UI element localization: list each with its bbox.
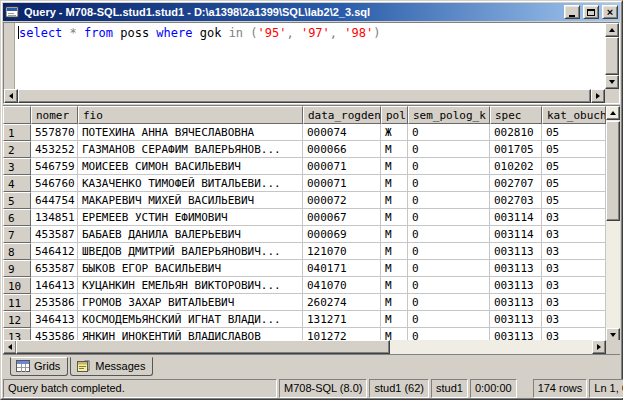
grid-body[interactable]: 1557870ПОТЕХИНА АННА ВЯЧЕСЛАВОВНА000074Ж… xyxy=(3,124,606,340)
row-number-cell[interactable]: 8 xyxy=(3,243,31,260)
close-button[interactable]: × xyxy=(602,5,618,19)
scroll-up-button[interactable] xyxy=(605,23,619,37)
grid-cell[interactable]: М xyxy=(381,175,408,192)
grid-cell[interactable]: 101272 xyxy=(303,328,381,340)
tab-messages[interactable]: Messages xyxy=(70,357,153,376)
grid-cell[interactable]: 05 xyxy=(542,175,606,192)
column-header-nomer[interactable]: nomer xyxy=(31,106,78,124)
column-header-fio[interactable]: fio xyxy=(78,106,303,124)
grid-cell[interactable]: 002707 xyxy=(490,175,542,192)
tab-grids[interactable]: Grids xyxy=(10,357,68,376)
grid-cell[interactable]: М xyxy=(381,192,408,209)
scroll-left-button[interactable] xyxy=(4,89,18,103)
grid-cell[interactable]: 040171 xyxy=(303,260,381,277)
row-number-cell[interactable]: 6 xyxy=(3,209,31,226)
grid-cell[interactable]: 131271 xyxy=(303,311,381,328)
grid-cell[interactable]: 003113 xyxy=(490,294,542,311)
grid-cell[interactable]: 003113 xyxy=(490,243,542,260)
sql-editor[interactable]: select * from poss where gok in ('95', '… xyxy=(3,22,620,104)
minimize-button[interactable] xyxy=(564,5,580,19)
row-number-cell[interactable]: 10 xyxy=(3,277,31,294)
grid-cell[interactable]: 05 xyxy=(542,124,606,141)
grid-cell[interactable]: 0 xyxy=(408,175,490,192)
grid-cell[interactable]: 000069 xyxy=(303,226,381,243)
grid-cell[interactable]: 557870 xyxy=(31,124,78,141)
grid-cell[interactable]: 003113 xyxy=(490,277,542,294)
grid-cell[interactable]: 003113 xyxy=(490,311,542,328)
editor-horizontal-scrollbar[interactable] xyxy=(4,89,605,103)
grid-cell[interactable]: БАБАЕВ ДАНИЛА ВАЛЕРЬЕВИЧ xyxy=(78,226,303,243)
editor-vertical-scrollbar[interactable] xyxy=(605,23,619,89)
grid-horizontal-scrollbar[interactable] xyxy=(3,340,606,354)
grid-cell[interactable]: 546760 xyxy=(31,175,78,192)
column-header-kat_obuch[interactable]: kat_obuch xyxy=(542,106,606,124)
grid-cell[interactable]: 0 xyxy=(408,192,490,209)
row-number-cell[interactable]: 3 xyxy=(3,158,31,175)
grid-cell[interactable]: 03 xyxy=(542,294,606,311)
grid-cell[interactable]: 000071 xyxy=(303,158,381,175)
grid-cell[interactable]: М xyxy=(381,277,408,294)
grid-cell[interactable]: ГРОМОВ ЗАХАР ВИТАЛЬЕВИЧ xyxy=(78,294,303,311)
grid-cell[interactable]: 546759 xyxy=(31,158,78,175)
grid-cell[interactable]: 134851 xyxy=(31,209,78,226)
column-header-pol[interactable]: pol xyxy=(381,106,408,124)
grid-cell[interactable]: 041070 xyxy=(303,277,381,294)
grid-cell[interactable]: 0 xyxy=(408,209,490,226)
row-number-cell[interactable]: 2 xyxy=(3,141,31,158)
grid-cell[interactable]: М xyxy=(381,209,408,226)
grid-cell[interactable]: ЕРЕМЕЕВ УСТИН ЕФИМОВИЧ xyxy=(78,209,303,226)
grid-cell[interactable]: 000072 xyxy=(303,192,381,209)
grid-cell[interactable]: КОСМОДЕМЬЯНСКИЙ ИГНАТ ВЛАДИ... xyxy=(78,311,303,328)
row-number-cell[interactable]: 7 xyxy=(3,226,31,243)
grid-cell[interactable]: ПОТЕХИНА АННА ВЯЧЕСЛАВОВНА xyxy=(78,124,303,141)
grid-cell[interactable]: БЫКОВ ЕГОР ВАСИЛЬЕВИЧ xyxy=(78,260,303,277)
scroll-down-button[interactable] xyxy=(605,75,619,89)
grid-cell[interactable]: 003114 xyxy=(490,209,542,226)
grid-cell[interactable]: 260274 xyxy=(303,294,381,311)
scroll-right-button[interactable] xyxy=(592,340,606,354)
grid-cell[interactable]: 000074 xyxy=(303,124,381,141)
titlebar[interactable]: Query - M708-SQL.stud1.stud1 - D:\a1398\… xyxy=(3,3,620,21)
grid-cell[interactable]: 146413 xyxy=(31,277,78,294)
grid-cell[interactable]: 453586 xyxy=(31,328,78,340)
grid-cell[interactable]: ГАЗМАНОВ СЕРАФИМ ВАЛЕРЬЯНОВ... xyxy=(78,141,303,158)
grid-cell[interactable]: 453587 xyxy=(31,226,78,243)
grid-cell[interactable]: 0 xyxy=(408,311,490,328)
grid-cell[interactable]: М xyxy=(381,311,408,328)
grid-cell[interactable]: 121070 xyxy=(303,243,381,260)
grid-cell[interactable]: 03 xyxy=(542,328,606,340)
grid-cell[interactable]: 05 xyxy=(542,158,606,175)
grid-cell[interactable]: М xyxy=(381,158,408,175)
grid-cell[interactable]: 546412 xyxy=(31,243,78,260)
grid-cell[interactable]: М xyxy=(381,294,408,311)
grid-cell[interactable]: 003113 xyxy=(490,260,542,277)
grid-vertical-scrollbar[interactable] xyxy=(606,106,620,342)
grid-cell[interactable]: 0 xyxy=(408,328,490,340)
grid-cell[interactable]: Ж xyxy=(381,124,408,141)
grid-cell[interactable]: 05 xyxy=(542,141,606,158)
grid-cell[interactable]: 0 xyxy=(408,277,490,294)
maximize-button[interactable] xyxy=(583,5,599,19)
grid-cell[interactable]: М xyxy=(381,141,408,158)
grid-cell[interactable]: 453252 xyxy=(31,141,78,158)
grid-cell[interactable]: 03 xyxy=(542,209,606,226)
grid-cell[interactable]: 644754 xyxy=(31,192,78,209)
grid-cell[interactable]: КУЦАНКИН ЕМЕЛЬЯН ВИКТОРОВИЧ... xyxy=(78,277,303,294)
grid-cell[interactable]: 0 xyxy=(408,294,490,311)
grid-cell[interactable]: 000067 xyxy=(303,209,381,226)
row-number-cell[interactable]: 1 xyxy=(3,124,31,141)
grid-cell[interactable]: 0 xyxy=(408,243,490,260)
row-number-cell[interactable]: 5 xyxy=(3,192,31,209)
grid-cell[interactable]: 253586 xyxy=(31,294,78,311)
grid-cell[interactable]: 003114 xyxy=(490,226,542,243)
grid-cell[interactable]: ЯНКИН ИНОКЕНТИЙ ВЛАДИСЛАВОВ xyxy=(78,328,303,340)
grid-cell[interactable]: 003113 xyxy=(490,328,542,340)
grid-cell[interactable]: 0 xyxy=(408,158,490,175)
grid-cell[interactable]: 03 xyxy=(542,260,606,277)
grid-cell[interactable]: 000066 xyxy=(303,141,381,158)
grid-cell[interactable]: 03 xyxy=(542,311,606,328)
sql-query-text[interactable]: select * from poss where gok in ('95', '… xyxy=(19,26,380,40)
grid-cell[interactable]: 03 xyxy=(542,226,606,243)
grid-cell[interactable]: ШВЕДОВ ДМИТРИЙ ВАЛЕРЬЯНОВИЧ... xyxy=(78,243,303,260)
grid-cell[interactable]: 0 xyxy=(408,124,490,141)
